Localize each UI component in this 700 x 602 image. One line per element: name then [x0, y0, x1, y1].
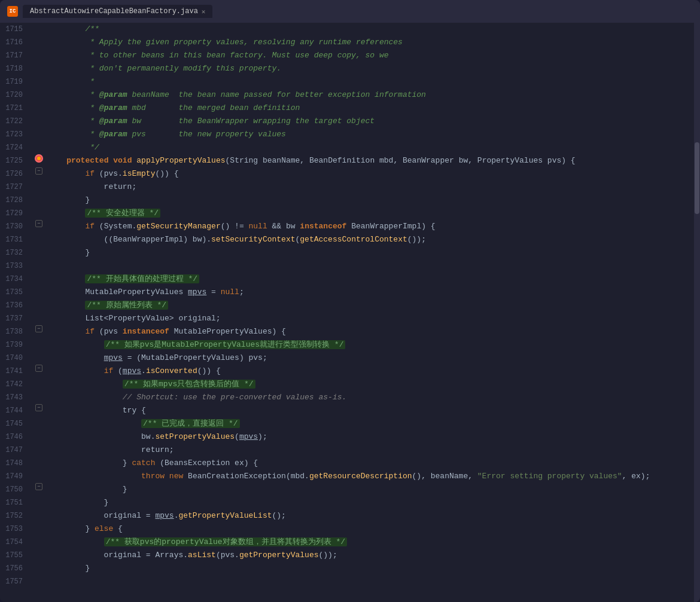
code-line-1718: 1718 * don't permanently modify this pro… — [0, 62, 694, 75]
line-gutter-1744: − — [30, 404, 48, 411]
line-number-1757: 1757 — [0, 575, 30, 588]
code-line-1731: 1731 ((BeanWrapperImpl) bw).setSecurityC… — [0, 233, 694, 246]
code-line-1728: 1728 } — [0, 194, 694, 207]
fold-icon-1726[interactable]: − — [35, 167, 42, 175]
line-number-1726: 1726 — [0, 167, 30, 181]
code-text-1745: /** 已完成，直接返回 */ — [48, 417, 694, 430]
code-text-1718: * don't permanently modify this property… — [48, 62, 694, 75]
code-text-1722: * @param bw the BeanWrapper wrapping the… — [48, 115, 694, 128]
tab-close-button[interactable]: ✕ — [202, 8, 206, 16]
code-token: * — [48, 117, 99, 126]
code-text-1744: try { — [48, 404, 694, 417]
code-text-1729: /** 安全处理器 */ — [48, 207, 694, 220]
code-line-1727: 1727 return; — [0, 181, 694, 194]
code-token: mbd the merged bean definition — [127, 103, 300, 112]
code-line-1721: 1721 * @param mbd the merged bean defini… — [0, 102, 694, 115]
code-text-1756: } — [48, 562, 694, 575]
vertical-scrollbar[interactable] — [694, 23, 700, 602]
code-token: if — [85, 222, 95, 231]
code-token: BeanWrapperImpl — [113, 235, 183, 244]
scrollbar-thumb[interactable] — [695, 142, 699, 214]
code-token: @param — [99, 117, 127, 126]
code-token: applyPropertyValues — [136, 156, 225, 165]
debug-breakpoint-icon[interactable] — [35, 154, 43, 163]
code-token: * don't permanently modify this property… — [48, 64, 281, 73]
line-number-1753: 1753 — [0, 522, 30, 536]
line-number-1715: 1715 — [0, 23, 30, 36]
code-text-1716: * Apply the given property values, resol… — [48, 36, 694, 49]
code-line-1751: 1751 } — [0, 496, 694, 509]
code-token: asList — [188, 551, 216, 560]
code-token: isConverted — [146, 366, 197, 375]
code-token: beanName the bean name passed for better… — [127, 90, 426, 99]
line-number-1730: 1730 — [0, 220, 30, 233]
line-number-1746: 1746 — [0, 430, 30, 444]
line-number-1723: 1723 — [0, 128, 30, 141]
code-token: instanceof — [300, 222, 346, 231]
file-tab[interactable]: AbstractAutowireCapableBeanFactory.java … — [23, 5, 212, 18]
code-token: // Shortcut: use the pre-converted value… — [48, 393, 346, 402]
comment-annotation: /** 如果pvs是MutablePropertyValues就进行类型强制转换… — [104, 340, 346, 349]
line-number-1747: 1747 — [0, 444, 30, 457]
line-number-1728: 1728 — [0, 194, 30, 207]
fold-icon-1738[interactable]: − — [35, 325, 42, 332]
fold-icon-1741[interactable]: − — [35, 365, 42, 372]
code-token: BeanWrapperImpl — [351, 222, 421, 231]
code-token: isEmpty — [123, 169, 156, 178]
code-line-1742: 1742 /** 如果mpvs只包含转换后的值 */ — [0, 378, 694, 391]
code-text-1721: * @param mbd the merged bean definition — [48, 102, 694, 115]
code-text-1731: ((BeanWrapperImpl) bw).setSecurityContex… — [48, 233, 694, 246]
code-token: "Error setting property values" — [477, 472, 622, 481]
fold-icon-1744[interactable]: − — [35, 404, 42, 411]
code-token: PropertyValue — [108, 314, 169, 323]
code-token: @param — [99, 90, 127, 99]
title-bar: IC AbstractAutowireCapableBeanFactory.ja… — [0, 0, 700, 23]
code-token: mpvs — [155, 511, 174, 520]
code-line-1715: 1715 /** — [0, 23, 694, 36]
line-number-1743: 1743 — [0, 391, 30, 404]
line-number-1727: 1727 — [0, 181, 30, 194]
line-number-1740: 1740 — [0, 352, 30, 365]
fold-icon-1730[interactable]: − — [35, 220, 42, 227]
code-line-1723: 1723 * @param pvs the new property value… — [0, 128, 694, 141]
line-gutter-1726: − — [30, 167, 48, 175]
code-token: new — [169, 472, 183, 481]
comment-annotation: /** 原始属性列表 */ — [85, 301, 168, 310]
comment-annotation: /** 开始具体值的处理过程 */ — [85, 274, 199, 283]
code-editor[interactable]: 1715 /**1716 * Apply the given property … — [0, 23, 694, 602]
code-line-1729: 1729 /** 安全处理器 */ — [0, 207, 694, 220]
code-text-1752: original = mpvs.getPropertyValueList(); — [48, 509, 694, 522]
line-number-1751: 1751 — [0, 496, 30, 509]
code-token: mpvs — [239, 432, 258, 441]
fold-icon-1750[interactable]: − — [35, 483, 42, 490]
code-text-1751: } — [48, 496, 694, 509]
code-text-1719: * — [48, 75, 694, 88]
line-number-1717: 1717 — [0, 49, 30, 62]
line-gutter-1725 — [30, 154, 48, 163]
line-number-1732: 1732 — [0, 246, 30, 259]
code-token: bw the BeanWrapper wrapping the target o… — [127, 117, 375, 126]
code-token: /** — [48, 25, 99, 33]
code-line-1743: 1743 // Shortcut: use the pre-converted … — [0, 391, 694, 404]
code-token: if — [85, 169, 95, 178]
code-token: protected — [66, 156, 108, 165]
comment-annotation: /** 安全处理器 */ — [85, 209, 160, 218]
code-token: mpvs — [123, 366, 141, 375]
line-number-1719: 1719 — [0, 75, 30, 88]
code-line-1753: 1753 } else { — [0, 522, 694, 536]
line-number-1755: 1755 — [0, 549, 30, 562]
code-token: setSecurityContext — [211, 235, 295, 244]
code-line-1739: 1739 /** 如果pvs是MutablePropertyValues就进行类… — [0, 338, 694, 352]
code-line-1734: 1734 /** 开始具体值的处理过程 */ — [0, 273, 694, 286]
code-text-1730: if (System.getSecurityManager() != null … — [48, 220, 694, 233]
code-token: * — [48, 130, 99, 139]
code-line-1747: 1747 return; — [0, 444, 694, 457]
line-number-1752: 1752 — [0, 509, 30, 522]
code-text-1732: } — [48, 246, 694, 259]
code-token: void — [113, 156, 132, 165]
code-line-1754: 1754 /** 获取pvs的propertyValue对象数组，并且将其转换为… — [0, 536, 694, 549]
line-number-1737: 1737 — [0, 312, 30, 325]
line-number-1724: 1724 — [0, 141, 30, 154]
java-file-icon: IC — [7, 6, 18, 17]
code-line-1735: 1735 MutablePropertyValues mpvs = null; — [0, 286, 694, 299]
